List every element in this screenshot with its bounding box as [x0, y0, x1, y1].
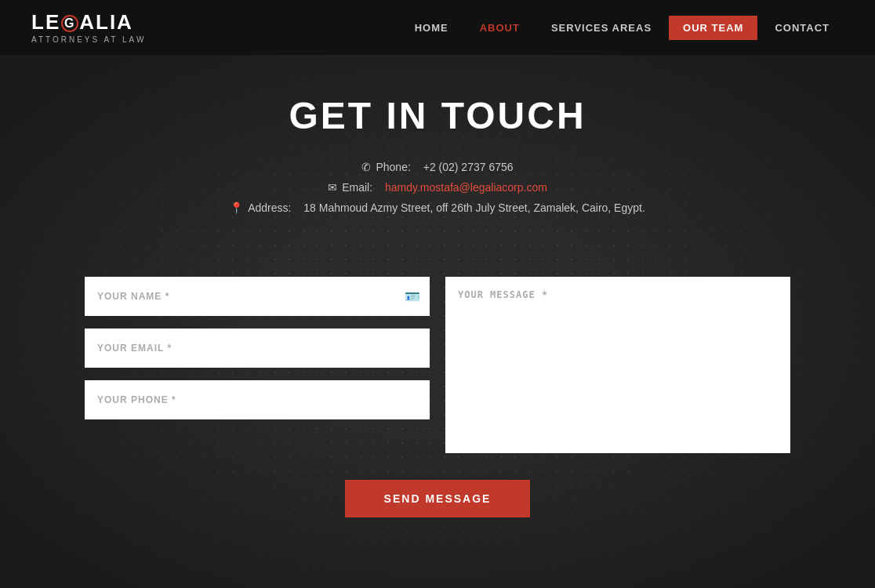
address-label: Address: [248, 201, 291, 214]
address-value: 18 Mahmoud Azmy Street, off 26th July St… [303, 201, 645, 214]
main-nav: HOME ABOUT SERVICES AREAS OUR TEAM CONTA… [401, 16, 844, 40]
send-button-area: SEND MESSAGE [345, 480, 531, 517]
email-input[interactable] [85, 328, 430, 368]
phone-input[interactable] [85, 380, 430, 419]
location-icon: 📍 [230, 201, 243, 214]
address-line: 📍 Address: 18 Mahmoud Azmy Street, off 2… [230, 201, 645, 214]
email-value[interactable]: hamdy.mostafa@legaliacorp.com [385, 181, 547, 194]
message-input[interactable] [445, 277, 790, 453]
nav-contact[interactable]: CONTACT [761, 16, 844, 40]
logo: LEGALIA [31, 11, 146, 34]
main-section: GET IN TOUCH ✆ Phone: +2 (02) 2737 6756 … [0, 55, 875, 588]
phone-icon: ✆ [361, 161, 371, 173]
form-left-column: 🪪 [85, 277, 430, 456]
nav-about[interactable]: ABOUT [466, 16, 534, 40]
header: LEGALIA ATTORNEYS AT LAW HOME ABOUT SERV… [0, 0, 875, 55]
content-area: GET IN TOUCH ✆ Phone: +2 (02) 2737 6756 … [85, 55, 790, 277]
phone-label: Phone: [376, 161, 410, 173]
email-line: ✉ Email: hamdy.mostafa@legaliacorp.com [328, 181, 547, 194]
name-input[interactable] [85, 277, 430, 316]
email-icon: ✉ [328, 181, 337, 194]
logo-subtitle: ATTORNEYS AT LAW [31, 35, 146, 44]
nav-our-team[interactable]: OUR TEAM [669, 16, 757, 40]
phone-value: +2 (02) 2737 6756 [423, 161, 514, 173]
contact-form: 🪪 [61, 277, 814, 456]
nav-home[interactable]: HOME [401, 16, 463, 40]
phone-line: ✆ Phone: +2 (02) 2737 6756 [361, 161, 513, 173]
send-message-button[interactable]: SEND MESSAGE [345, 480, 531, 517]
contact-info: ✆ Phone: +2 (02) 2737 6756 ✉ Email: hamd… [100, 161, 775, 214]
name-field-wrapper: 🪪 [85, 277, 430, 316]
email-label: Email: [342, 181, 372, 194]
logo-area: LEGALIA ATTORNEYS AT LAW [31, 11, 146, 44]
form-right-column [445, 277, 790, 456]
id-card-icon: 🪪 [405, 289, 420, 304]
logo-g: G [61, 15, 78, 32]
nav-services[interactable]: SERVICES AREAS [537, 16, 666, 40]
page-title: GET IN TOUCH [100, 94, 775, 137]
